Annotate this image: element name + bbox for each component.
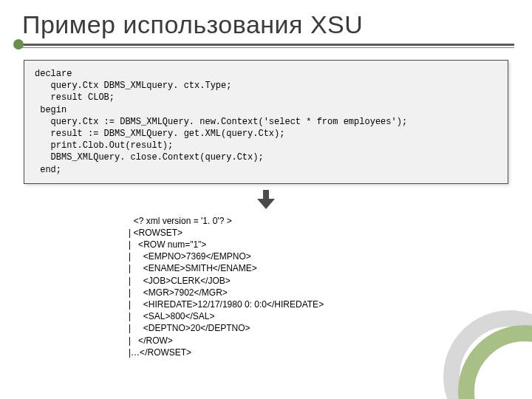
arrow-down-icon	[18, 190, 514, 212]
page-title: Пример использования XSU	[22, 10, 514, 39]
corner-decoration-icon	[443, 310, 532, 399]
slide: Пример использования XSU declare query.C…	[0, 0, 532, 399]
accent-dot-icon	[13, 39, 24, 50]
code-block-plsql: declare query.Ctx DBMS_XMLquery. ctx.Typ…	[24, 60, 508, 184]
title-divider	[18, 44, 514, 48]
